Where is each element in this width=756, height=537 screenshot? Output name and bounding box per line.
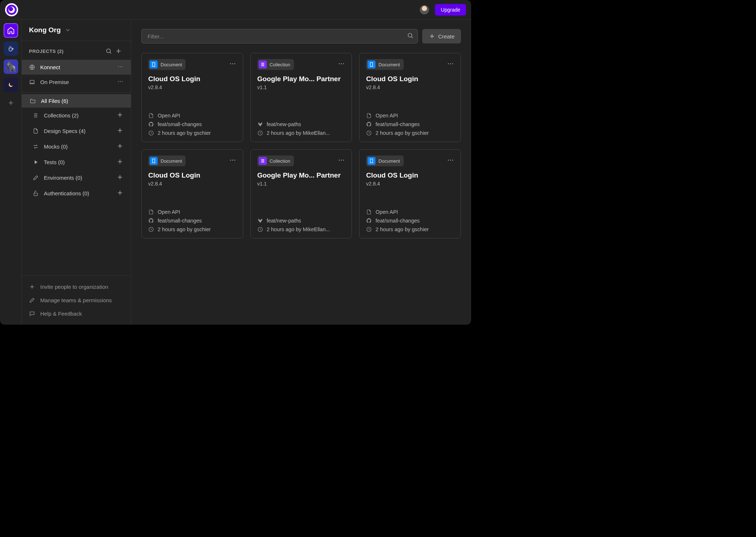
clock-icon xyxy=(257,226,263,232)
plus-icon xyxy=(116,189,124,196)
sidebar-category-item[interactable]: Authentications (0) xyxy=(22,186,131,201)
category-label: Design Specs (4) xyxy=(44,128,86,134)
card-branch: feat/small-changes xyxy=(375,218,420,224)
sidebar-category-item[interactable]: Enviroments (0) xyxy=(22,170,131,186)
category-add[interactable] xyxy=(116,158,124,166)
laptop-icon xyxy=(29,79,35,85)
topbar: Upgrade xyxy=(0,0,471,20)
plus-icon xyxy=(116,158,124,165)
chevron-down-icon xyxy=(65,27,71,33)
card-version: v1.1 xyxy=(257,84,345,90)
create-button-label: Create xyxy=(438,33,454,39)
card-menu[interactable] xyxy=(447,60,454,69)
org-switcher[interactable]: Kong Org xyxy=(22,20,131,41)
card-spec: Open API xyxy=(158,209,180,215)
card-menu[interactable] xyxy=(447,157,454,165)
card-spec: Open API xyxy=(158,113,180,118)
sidebar-project-item[interactable]: On Premise xyxy=(22,75,131,90)
plus-icon xyxy=(116,127,124,134)
sidebar-footer-link[interactable]: Invite people to organization xyxy=(22,280,131,294)
rail-add[interactable] xyxy=(4,96,18,110)
folder-icon xyxy=(30,98,36,104)
card-spec: Open API xyxy=(375,209,398,215)
card-time: 2 hours ago by gschier xyxy=(375,226,429,232)
project-card[interactable]: Collection Google Play Mo... Partner v1.… xyxy=(250,149,352,238)
type-label: Document xyxy=(378,158,400,164)
sidebar-category-item[interactable]: Collections (2) xyxy=(22,108,131,123)
rail-home[interactable] xyxy=(4,23,18,38)
card-menu[interactable] xyxy=(338,157,345,165)
sidebar-category-item[interactable]: Mocks (0) xyxy=(22,139,131,154)
card-title: Google Play Mo... Partner xyxy=(257,75,345,83)
sidebar-footer-link[interactable]: Manage teams & permissions xyxy=(22,294,131,307)
type-icon xyxy=(259,61,267,68)
project-menu[interactable] xyxy=(117,78,124,86)
project-menu[interactable] xyxy=(117,63,124,71)
category-add[interactable] xyxy=(116,174,124,182)
card-branch: feat/small-changes xyxy=(158,218,202,224)
project-card[interactable]: Document Cloud OS Login v2.8.4 Open API … xyxy=(141,149,243,238)
type-badge: Document xyxy=(148,59,186,70)
sidebar-category-item[interactable]: Tests (0) xyxy=(22,154,131,170)
card-time: 2 hours ago by gschier xyxy=(158,130,211,136)
sidebar-category-item[interactable]: Design Specs (4) xyxy=(22,123,131,139)
edit-icon xyxy=(29,297,35,303)
category-add[interactable] xyxy=(116,189,124,197)
category-add[interactable] xyxy=(116,142,124,151)
file-icon xyxy=(148,209,154,215)
category-add[interactable] xyxy=(116,111,124,120)
card-menu[interactable] xyxy=(229,60,236,69)
project-label: Konnect xyxy=(40,64,60,70)
plus-icon xyxy=(116,111,124,118)
projects-search-button[interactable] xyxy=(104,46,113,56)
project-card[interactable]: Document Cloud OS Login v2.8.4 Open API … xyxy=(141,53,243,142)
search-icon xyxy=(407,32,414,40)
rail-coffee[interactable] xyxy=(4,41,18,56)
card-version: v2.8.4 xyxy=(366,84,454,90)
plus-icon xyxy=(115,47,122,55)
card-title: Google Play Mo... Partner xyxy=(257,171,345,179)
project-card[interactable]: Document Cloud OS Login v2.8.4 Open API … xyxy=(359,149,461,238)
dots-icon xyxy=(117,63,124,70)
rail-org-gorilla[interactable]: 🦍 xyxy=(4,59,18,74)
type-icon xyxy=(259,157,267,165)
card-menu[interactable] xyxy=(338,60,345,69)
globe-icon xyxy=(29,64,35,70)
dots-icon xyxy=(117,78,124,85)
category-label: Enviroments (0) xyxy=(44,175,82,181)
card-version: v2.8.4 xyxy=(148,84,236,90)
unlock-icon xyxy=(33,190,39,196)
type-badge: Collection xyxy=(257,155,294,166)
file-icon xyxy=(366,209,372,215)
card-time: 2 hours ago by gschier xyxy=(158,226,211,232)
github-icon xyxy=(148,121,154,127)
clock-icon xyxy=(148,226,154,232)
create-button[interactable]: Create xyxy=(422,29,461,43)
sidebar-project-item[interactable]: Konnect xyxy=(22,60,131,75)
card-version: v1.1 xyxy=(257,181,345,187)
card-time: 2 hours ago by MikeEllan... xyxy=(267,226,330,232)
org-name: Kong Org xyxy=(29,26,61,34)
upgrade-button[interactable]: Upgrade xyxy=(435,4,466,16)
list-icon xyxy=(33,112,39,118)
type-icon xyxy=(150,157,158,165)
card-branch: feat/small-changes xyxy=(158,121,202,127)
card-menu[interactable] xyxy=(229,157,236,165)
sidebar-footer-link[interactable]: Help & Feedback xyxy=(22,307,131,320)
avatar[interactable] xyxy=(420,5,429,14)
app-logo[interactable] xyxy=(5,3,18,16)
project-card[interactable]: Collection Google Play Mo... Partner v1.… xyxy=(250,53,352,142)
category-label: Tests (0) xyxy=(44,159,65,165)
main-content: Create Document Cloud OS Login v2.8.4 Op… xyxy=(131,20,471,325)
rail-moon[interactable] xyxy=(4,78,18,92)
filter-input[interactable] xyxy=(141,29,418,43)
sidebar-category-item[interactable]: All Files (6) xyxy=(22,94,131,108)
projects-add-button[interactable] xyxy=(113,46,124,56)
card-branch: feat/small-changes xyxy=(375,121,420,127)
type-badge: Document xyxy=(366,155,403,166)
card-time: 2 hours ago by MikeEllan... xyxy=(267,130,330,136)
card-version: v2.8.4 xyxy=(148,181,236,187)
project-card[interactable]: Document Cloud OS Login v2.8.4 Open API … xyxy=(359,53,461,142)
category-add[interactable] xyxy=(116,127,124,135)
category-label: Authentications (0) xyxy=(44,190,89,196)
